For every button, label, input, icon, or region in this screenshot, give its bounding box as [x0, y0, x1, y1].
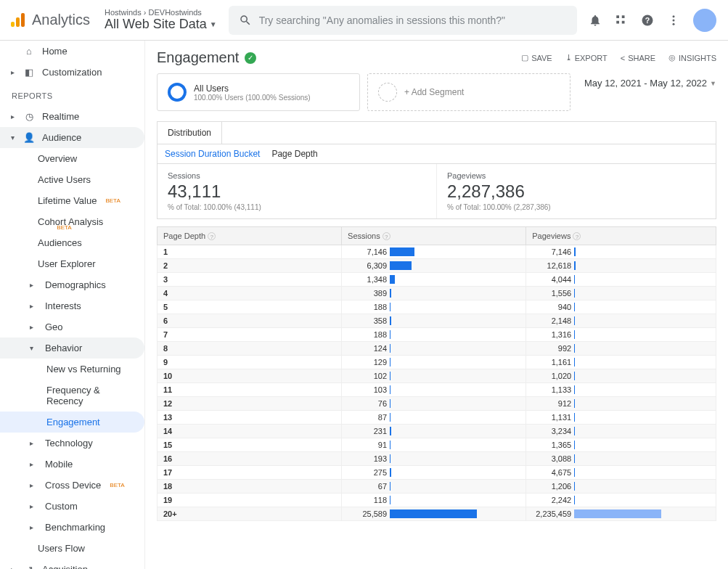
logo[interactable]: Analytics: [9, 12, 102, 29]
cell-sessions: 389: [342, 287, 526, 300]
svg-text:?: ?: [645, 15, 650, 24]
bell-icon[interactable]: [589, 14, 602, 27]
help-icon[interactable]: ?: [573, 232, 581, 240]
sidebar-item-mobile[interactable]: ▸Mobile: [0, 454, 144, 475]
segment-all-users[interactable]: All Users 100.00% Users (100.00% Session…: [157, 73, 360, 111]
sidebar-item-home[interactable]: ⌂Home: [0, 41, 144, 62]
table-row: 191182,242: [158, 494, 716, 507]
cell-depth: 2: [158, 259, 342, 273]
cell-depth: 18: [158, 480, 342, 494]
cell-sessions: 188: [342, 300, 526, 314]
sidebar-item-engagement[interactable]: Engagement: [0, 412, 144, 433]
avatar[interactable]: [693, 9, 716, 32]
sidebar-item-new-vs-returning[interactable]: New vs Returning: [0, 359, 144, 380]
table-row: 91291,161: [158, 356, 716, 369]
sidebar-item-audience[interactable]: ▾👤Audience: [0, 127, 144, 148]
svg-rect-1: [16, 17, 20, 27]
table-row: 8124992: [158, 342, 716, 356]
apps-icon[interactable]: [615, 14, 628, 27]
svg-rect-6: [622, 20, 625, 23]
main-content: Engagement✓ ▢SAVE ⤓EXPORT <SHARE ◎INSIGH…: [145, 41, 728, 569]
col-pageviews[interactable]: Pageviews?: [526, 227, 716, 245]
segment-title: All Users: [194, 83, 311, 94]
table-row: 17,1467,146: [158, 245, 716, 259]
summary-pageviews: Pageviews 2,287,386 % of Total: 100.00% …: [437, 164, 716, 218]
share-icon: <: [621, 54, 625, 62]
cell-depth: 7: [158, 328, 342, 342]
sidebar-item-cross-device[interactable]: ▸Cross DeviceBETA: [0, 475, 144, 496]
cell-depth: 14: [158, 425, 342, 438]
share-button[interactable]: <SHARE: [621, 53, 655, 62]
sidebar-item-acquisition[interactable]: ▸↗Acquisition: [0, 559, 144, 569]
table-row: 63582,148: [158, 314, 716, 328]
sidebar-item-user-explorer[interactable]: User Explorer: [0, 253, 144, 274]
more-icon[interactable]: [667, 14, 680, 27]
sidebar-item-benchmarking[interactable]: ▸Benchmarking: [0, 517, 144, 538]
help-icon[interactable]: ?: [208, 232, 216, 240]
sidebar-item-interests[interactable]: ▸Interests: [0, 295, 144, 316]
header-actions: ?: [589, 9, 719, 32]
svg-point-9: [673, 15, 675, 17]
sidebar-item-technology[interactable]: ▸Technology: [0, 433, 144, 454]
cell-sessions: 91: [342, 438, 526, 452]
sidebar-item-cohort[interactable]: Cohort AnalysisBETA: [0, 211, 144, 232]
chevron-down-icon: ▼: [210, 20, 217, 28]
sidebar-item-users-flow[interactable]: Users Flow: [0, 538, 144, 559]
sidebar-item-lifetime-value[interactable]: Lifetime ValueBETA: [0, 190, 144, 211]
segment-sub: 100.00% Users (100.00% Sessions): [194, 94, 311, 102]
subtab-row: Session Duration Bucket Page Depth: [157, 144, 716, 164]
app-header: Analytics Hostwinds › DEVHostwinds All W…: [0, 0, 728, 41]
cell-sessions: 6,309: [342, 259, 526, 273]
cell-depth: 11: [158, 383, 342, 397]
insights-button[interactable]: ◎INSIGHTS: [668, 53, 716, 62]
cell-pageviews: 2,242: [526, 494, 716, 507]
cell-pageviews: 1,316: [526, 328, 716, 342]
svg-rect-5: [616, 20, 619, 23]
svg-point-11: [673, 22, 675, 25]
breadcrumb: Hostwinds › DEVHostwinds: [105, 8, 217, 17]
sidebar-item-active-users[interactable]: Active Users: [0, 169, 144, 190]
cell-sessions: 103: [342, 383, 526, 397]
add-segment-button[interactable]: + Add Segment: [367, 73, 570, 111]
sidebar-item-audiences[interactable]: Audiences: [0, 232, 144, 253]
sidebar-item-customization[interactable]: ▸◧Customization: [0, 62, 144, 83]
subtab-page-depth[interactable]: Page Depth: [271, 149, 317, 159]
sidebar: ⌂Home ▸◧Customization REPORTS ▸◷Realtime…: [0, 41, 145, 569]
col-sessions[interactable]: Sessions?: [342, 227, 526, 245]
sidebar-item-demographics[interactable]: ▸Demographics: [0, 274, 144, 295]
add-circle-icon: [378, 83, 397, 102]
sidebar-reports-label: REPORTS: [0, 83, 144, 106]
search-icon: [239, 14, 252, 27]
sidebar-item-custom[interactable]: ▸Custom: [0, 496, 144, 517]
summary-row: Sessions 43,111 % of Total: 100.00% (43,…: [157, 164, 716, 219]
cell-sessions: 67: [342, 480, 526, 494]
export-button[interactable]: ⤓EXPORT: [565, 53, 608, 62]
cell-pageviews: 940: [526, 300, 716, 314]
tab-distribution[interactable]: Distribution: [158, 122, 222, 144]
table-row: 18671,206: [158, 480, 716, 494]
cell-depth: 20+: [158, 507, 342, 521]
sidebar-item-freq-recency[interactable]: Frequency & Recency: [0, 380, 144, 412]
cell-sessions: 118: [342, 494, 526, 507]
table-row: 1276912: [158, 397, 716, 411]
col-page-depth[interactable]: Page Depth?: [158, 227, 342, 245]
sidebar-item-realtime[interactable]: ▸◷Realtime: [0, 106, 144, 127]
help-icon[interactable]: ?: [383, 232, 390, 240]
cell-depth: 9: [158, 356, 342, 369]
subtab-session-duration[interactable]: Session Duration Bucket: [165, 149, 260, 159]
sidebar-item-overview[interactable]: Overview: [0, 148, 144, 169]
help-icon[interactable]: ?: [641, 14, 654, 27]
search-input[interactable]: Try searching "Any anomalies in sessions…: [229, 6, 577, 35]
table-row: 20+25,5892,235,459: [158, 507, 716, 521]
sidebar-item-geo[interactable]: ▸Geo: [0, 316, 144, 337]
cell-pageviews: 1,133: [526, 383, 716, 397]
property-selector[interactable]: Hostwinds › DEVHostwinds All Web Site Da…: [105, 8, 217, 32]
save-button[interactable]: ▢SAVE: [521, 53, 552, 62]
table-row: 71881,316: [158, 328, 716, 342]
cell-sessions: 124: [342, 342, 526, 356]
sidebar-item-behavior[interactable]: ▾Behavior: [0, 337, 144, 359]
cell-pageviews: 1,206: [526, 480, 716, 494]
date-range-picker[interactable]: May 12, 2021 - May 12, 2022▼: [584, 73, 716, 89]
table-row: 43891,556: [158, 287, 716, 300]
cell-depth: 19: [158, 494, 342, 507]
